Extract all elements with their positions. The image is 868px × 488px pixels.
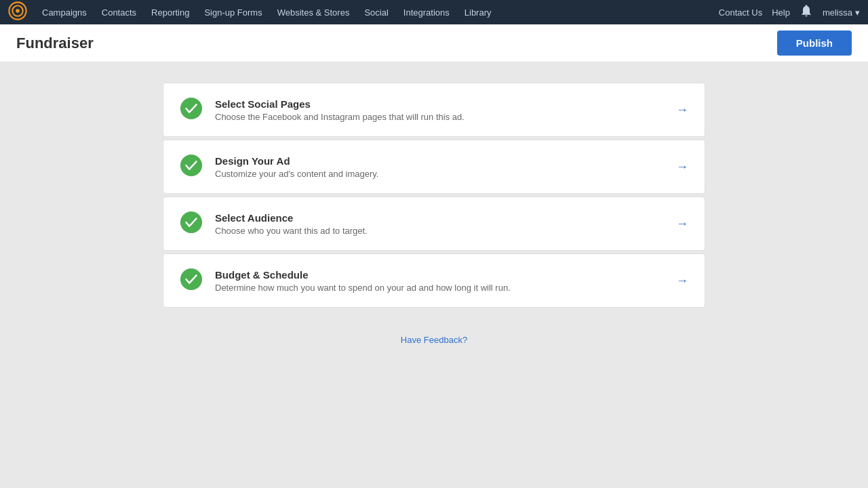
- svg-point-4: [180, 155, 202, 176]
- step-left-audience: Select Audience Choose who you want this…: [180, 211, 368, 237]
- step-title-budget: Budget & Schedule: [215, 269, 511, 281]
- step-desc-social-pages: Choose the Facebook and Instagram pages …: [215, 112, 465, 122]
- arrow-icon-audience: →: [676, 217, 688, 231]
- arrow-icon-social-pages: →: [676, 103, 688, 117]
- publish-button[interactable]: Publish: [777, 30, 852, 56]
- step-left-design-ad: Design Your Ad Customize your ad's conte…: [180, 154, 378, 180]
- notifications-bell[interactable]: [800, 4, 813, 20]
- nav-signup-forms[interactable]: Sign-up Forms: [197, 5, 269, 20]
- svg-point-5: [180, 211, 202, 233]
- nav-help[interactable]: Help: [772, 7, 790, 18]
- arrow-icon-budget: →: [676, 274, 688, 288]
- step-left-budget: Budget & Schedule Determine how much you…: [180, 268, 511, 293]
- check-icon-budget: [180, 268, 203, 293]
- nav-campaigns[interactable]: Campaigns: [35, 5, 94, 20]
- nav-integrations[interactable]: Integrations: [397, 5, 456, 20]
- step-desc-budget: Determine how much you want to spend on …: [215, 283, 511, 293]
- step-desc-design-ad: Customize your ad's content and imagery.: [215, 169, 378, 179]
- logo[interactable]: [8, 1, 33, 23]
- step-text-social-pages: Select Social Pages Choose the Facebook …: [215, 98, 465, 122]
- check-icon-audience: [180, 211, 203, 237]
- nav-reporting[interactable]: Reporting: [144, 5, 196, 20]
- svg-point-3: [180, 98, 202, 119]
- step-title-social-pages: Select Social Pages: [215, 98, 465, 110]
- page-title: Fundraiser: [16, 35, 94, 52]
- nav-library[interactable]: Library: [458, 5, 498, 20]
- navbar: Campaigns Contacts Reporting Sign-up For…: [0, 0, 868, 24]
- check-icon-social-pages: [180, 97, 203, 123]
- step-select-audience[interactable]: Select Audience Choose who you want this…: [163, 197, 705, 251]
- nav-items: Campaigns Contacts Reporting Sign-up For…: [35, 5, 716, 20]
- step-design-your-ad[interactable]: Design Your Ad Customize your ad's conte…: [163, 140, 705, 194]
- username: melissa: [823, 7, 852, 18]
- steps-container: Select Social Pages Choose the Facebook …: [163, 83, 705, 308]
- main-content: Select Social Pages Choose the Facebook …: [0, 62, 868, 365]
- arrow-icon-design-ad: →: [676, 160, 688, 174]
- step-text-audience: Select Audience Choose who you want this…: [215, 212, 368, 236]
- step-desc-audience: Choose who you want this ad to target.: [215, 226, 368, 236]
- user-menu[interactable]: melissa ▾: [823, 7, 860, 18]
- step-title-audience: Select Audience: [215, 212, 368, 224]
- svg-point-6: [180, 268, 202, 290]
- nav-websites-stores[interactable]: Websites & Stores: [271, 5, 357, 20]
- nav-social[interactable]: Social: [357, 5, 395, 20]
- step-budget-schedule[interactable]: Budget & Schedule Determine how much you…: [163, 253, 705, 308]
- step-text-budget: Budget & Schedule Determine how much you…: [215, 269, 511, 293]
- chevron-down-icon: ▾: [855, 7, 860, 18]
- feedback-link[interactable]: Have Feedback?: [401, 335, 467, 345]
- nav-contacts[interactable]: Contacts: [95, 5, 143, 20]
- svg-point-2: [16, 9, 20, 13]
- step-select-social-pages[interactable]: Select Social Pages Choose the Facebook …: [163, 83, 705, 137]
- nav-contact-us[interactable]: Contact Us: [719, 7, 762, 18]
- step-left-social-pages: Select Social Pages Choose the Facebook …: [180, 97, 465, 123]
- step-title-design-ad: Design Your Ad: [215, 155, 378, 167]
- check-icon-design-ad: [180, 154, 203, 180]
- step-text-design-ad: Design Your Ad Customize your ad's conte…: [215, 155, 378, 179]
- nav-right: Contact Us Help melissa ▾: [719, 4, 860, 20]
- page-header: Fundraiser Publish: [0, 24, 868, 62]
